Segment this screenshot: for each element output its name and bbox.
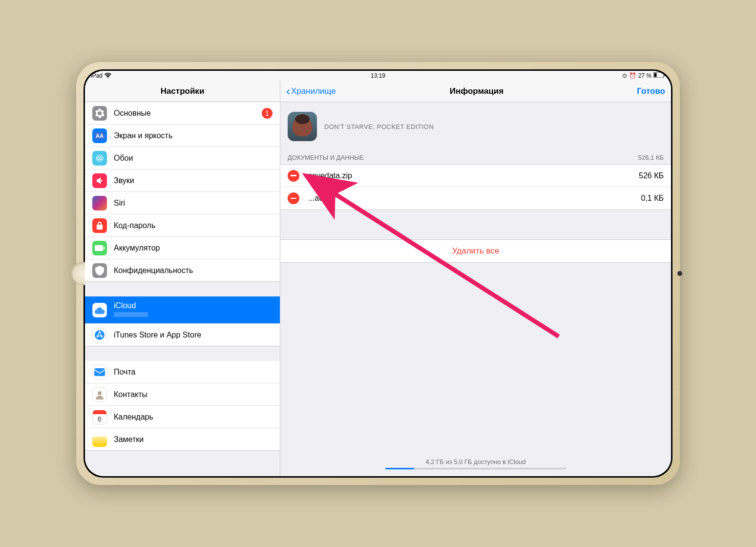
section-header: ДОКУМЕНТЫ И ДАННЫЕ 526,1 КБ [280, 151, 671, 164]
appstore-icon [92, 328, 107, 342]
siri-icon [92, 196, 107, 210]
sidebar-item-display[interactable]: AAЭкран и яркость [85, 125, 280, 147]
storage-fill [385, 468, 414, 469]
sidebar-item-label: Основные [114, 109, 262, 118]
calendar-icon: 6 [92, 410, 107, 424]
wallpaper-icon [92, 151, 107, 166]
storage-text: 4,2 ГБ из 5,0 ГБ доступно в iCloud [280, 458, 671, 465]
svg-rect-2 [664, 74, 665, 76]
sidebar-item-privacy[interactable]: Конфиденциальность [85, 259, 280, 282]
chevron-left-icon: ‹ [286, 84, 290, 98]
sidebar-item-label: Конфиденциальность [114, 266, 273, 275]
battery-icon [92, 241, 107, 255]
sidebar-item-label: Заметки [114, 435, 273, 444]
sidebar-item-lock[interactable]: Код-пароль [85, 214, 280, 237]
sidebar-item-label: Siri [114, 199, 273, 208]
file-size: 0,1 КБ [641, 194, 664, 203]
sidebar-item-label: iTunes Store и App Store [114, 331, 273, 339]
privacy-icon [92, 263, 107, 278]
display-icon: AA [92, 128, 107, 143]
sidebar-item-contacts[interactable]: Контакты [85, 383, 280, 406]
device-label: iPad [91, 72, 103, 79]
app-name: DON'T STARVE: POCKET EDITION [324, 123, 434, 130]
sidebar-item-label: Экран и яркость [114, 131, 273, 140]
orientation-lock-icon: ⊙ [622, 72, 627, 79]
main-header: ‹ Хранилище Информация Готово [280, 81, 671, 102]
section-header-label: ДОКУМЕНТЫ И ДАННЫЕ [288, 154, 364, 161]
contacts-icon [92, 387, 107, 402]
cloud-icon [92, 303, 107, 317]
gear-icon [92, 106, 107, 121]
sidebar-item-siri[interactable]: Siri [85, 192, 280, 214]
file-row[interactable]: savedata.zip526 КБ [280, 165, 671, 187]
sidebar-item-gear[interactable]: Основные1 [85, 102, 280, 125]
file-name: ...ader [308, 194, 641, 203]
delete-icon[interactable] [288, 170, 299, 182]
app-info-row: DON'T STARVE: POCKET EDITION [280, 102, 671, 151]
sidebar-item-label: Звуки [114, 176, 273, 185]
file-row[interactable]: ...ader0,1 КБ [280, 187, 671, 210]
sidebar-item-label: Код-пароль [114, 221, 273, 230]
page-title: Информация [316, 86, 637, 96]
svg-point-11 [98, 391, 102, 395]
svg-rect-1 [654, 73, 657, 77]
time-label: 13:19 [282, 72, 474, 79]
battery-icon [653, 72, 665, 79]
sidebar-item-sound[interactable]: Звуки [85, 169, 280, 192]
notes-icon [92, 432, 107, 447]
svg-rect-8 [104, 247, 105, 250]
sidebar-title: Настройки [161, 86, 205, 96]
sidebar-item-battery[interactable]: Аккумулятор [85, 237, 280, 259]
sidebar-item-label: Контакты [114, 390, 273, 399]
battery-percent: 27 % [638, 72, 651, 79]
storage-footer: 4,2 ГБ из 5,0 ГБ доступно в iCloud [280, 453, 671, 476]
delete-all-button[interactable]: Удалить все [280, 240, 671, 262]
sidebar-item-wallpaper[interactable]: Обои [85, 147, 280, 169]
sidebar-item-label: Обои [114, 154, 273, 163]
sidebar-item-label: Почта [114, 368, 273, 377]
mail-icon [92, 365, 107, 379]
file-size: 526 КБ [639, 171, 664, 180]
lock-icon [92, 218, 107, 233]
app-icon [288, 112, 317, 141]
file-list: savedata.zip526 КБ...ader0,1 КБ [280, 164, 671, 210]
settings-sidebar: Настройки Основные1AAЭкран и яркостьОбои… [85, 81, 280, 476]
status-bar: iPad 13:19 ⊙ ⏰ 27 % [85, 71, 671, 81]
sidebar-item-notes[interactable]: Заметки [85, 428, 280, 451]
sidebar-item-calendar[interactable]: 6Календарь [85, 406, 280, 428]
section-header-total: 526,1 КБ [638, 154, 664, 161]
sidebar-header: Настройки [85, 81, 280, 102]
main-panel: ‹ Хранилище Информация Готово DON'T STAR… [280, 81, 671, 476]
svg-rect-7 [95, 245, 103, 251]
sidebar-item-cloud[interactable]: iCloud [85, 296, 280, 324]
sidebar-item-mail[interactable]: Почта [85, 361, 280, 383]
sidebar-item-label: iCloud [114, 301, 273, 310]
wifi-icon [105, 72, 111, 79]
notification-badge: 1 [262, 108, 273, 119]
file-name: savedata.zip [308, 171, 639, 180]
camera [677, 271, 682, 276]
svg-point-5 [99, 157, 101, 159]
done-button[interactable]: Готово [637, 86, 665, 96]
sidebar-item-label: Календарь [114, 413, 273, 421]
storage-bar [385, 468, 566, 469]
sidebar-item-appstore[interactable]: iTunes Store и App Store [85, 324, 280, 346]
sidebar-item-label: Аккумулятор [114, 244, 273, 252]
alarm-icon: ⏰ [629, 72, 636, 79]
svg-rect-10 [94, 368, 105, 376]
sound-icon [92, 173, 107, 188]
delete-icon[interactable] [288, 192, 299, 204]
